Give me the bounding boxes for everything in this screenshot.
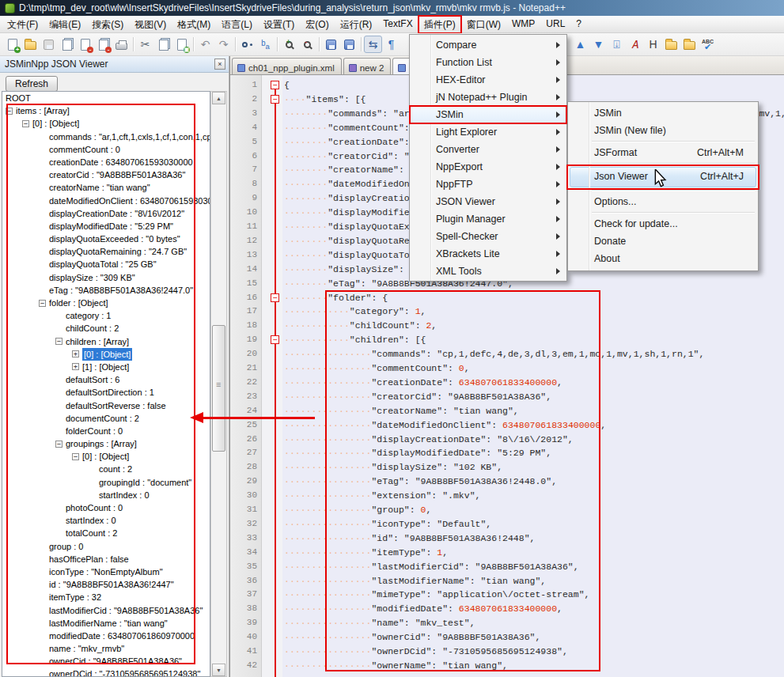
tree-node-label[interactable]: displayQuotaRemaining : "24.7 GB" (49, 245, 187, 258)
menubar-item-url[interactable]: URL (540, 16, 570, 33)
tree-node-label[interactable]: hasOfficePlan : false (49, 553, 129, 565)
tree-node-label[interactable]: displaySize : "309 KB" (49, 271, 135, 284)
new-file-icon[interactable]: + (3, 36, 21, 53)
tree-row[interactable]: displayQuotaExceeded : "0 bytes" (2, 233, 210, 245)
tree-node-label[interactable]: displayModifiedDate : "5:29 PM" (49, 220, 173, 233)
sync-vertical-icon[interactable] (322, 36, 340, 53)
code-line[interactable]: 26················"displayCreationDate":… (230, 433, 784, 447)
scroll-up-arrow[interactable]: ▲ (212, 92, 225, 104)
refresh-button[interactable]: Refresh (6, 76, 58, 92)
zoom-in-icon[interactable]: + (280, 36, 298, 53)
tree-node-label[interactable]: items : [Array] (16, 104, 70, 117)
uncollapse-level-icon[interactable]: ▼ (589, 36, 608, 53)
menubar-item-f[interactable]: 文件(F) (2, 16, 44, 33)
tree-row[interactable]: +[0] : [Object] (2, 348, 210, 361)
plugin-menu-item-converter[interactable]: Converter (410, 141, 566, 158)
tab-new-2[interactable]: new 2 (343, 58, 392, 74)
sync-horizontal-icon[interactable] (340, 36, 358, 53)
tree-row[interactable]: id : "9A8B8BF501A38A36!2447" (2, 578, 210, 591)
open-file-icon[interactable] (21, 36, 40, 53)
code-line[interactable]: 32················"iconType": "Default", (230, 517, 784, 531)
tree-row[interactable]: groupingId : "document" (2, 476, 210, 489)
cut-icon[interactable]: ✂ (136, 36, 154, 53)
expand-expander-icon[interactable]: + (72, 363, 79, 370)
code-line[interactable]: 27················"displayModifiedDate":… (230, 446, 784, 460)
tree-row[interactable]: iconType : "NonEmptyAlbum" (2, 565, 210, 578)
code-line[interactable]: 39················"name": "mkv_test", (230, 616, 784, 630)
submenu-item-donate[interactable]: Donate (568, 233, 758, 250)
tree-node-label[interactable]: displayQuotaTotal : "25 GB" (49, 258, 157, 270)
find-icon[interactable] (238, 36, 256, 53)
tree-node-label[interactable]: commentCount : 0 (49, 143, 120, 156)
tree-node-label[interactable]: group : 0 (49, 540, 83, 553)
plugin-menu-item-xbrackets-lite[interactable]: XBrackets Lite (410, 245, 566, 263)
menubar-item-[interactable]: ? (570, 16, 587, 33)
tree-node-label[interactable]: iconType : "NonEmptyAlbum" (49, 565, 163, 578)
tree-node-label[interactable]: lastModifierName : "tian wang" (49, 617, 168, 630)
scrollbar-thumb[interactable] (212, 325, 225, 452)
code-line[interactable]: 19············"children": [{ (230, 333, 784, 347)
close-all-icon[interactable]: - (94, 36, 112, 53)
code-line[interactable]: 25················"dateModifiedOnClient"… (230, 418, 784, 433)
code-line[interactable]: 35················"lastModifierCid": "9A… (230, 560, 784, 574)
tree-row[interactable]: −[0] : [Object] (2, 117, 210, 130)
tree-row[interactable]: documentCount : 2 (2, 412, 210, 425)
submenu-item-jsmin[interactable]: JSMin (568, 104, 758, 122)
tree-node-label[interactable]: creatorName : "tian wang" (49, 181, 150, 194)
submenu-item-about[interactable]: About (568, 250, 758, 267)
tree-row[interactable]: totalCount : 2 (2, 527, 210, 539)
code-line[interactable]: 18············"childCount": 2, (230, 319, 784, 333)
tree-node-label[interactable]: id : "9A8B8BF501A38A36!2447" (49, 578, 174, 591)
tree-row[interactable]: lastModifierName : "tian wang" (2, 617, 210, 630)
tree-row[interactable]: creatorName : "tian wang" (2, 181, 210, 194)
plugin-menu-item-jn-notepad-plugin[interactable]: jN Notepad++ Plugin (410, 89, 566, 106)
plugin-menu-item-light-explorer[interactable]: Light Explorer (410, 123, 566, 141)
code-line[interactable]: 20················"commands": "cp,1,defc… (230, 347, 784, 361)
submenu-item-check-for-update-[interactable]: Check for update... (568, 215, 758, 233)
expand-expander-icon[interactable]: + (72, 350, 79, 357)
menubar-item-o[interactable]: 宏(O) (300, 16, 334, 33)
tree-node-label[interactable]: folder : [Object] (49, 297, 108, 309)
tree-node-label[interactable]: creatorCid : "9A8B8BF501A38A36" (49, 168, 185, 181)
tree-node-label[interactable]: childCount : 2 (66, 322, 119, 335)
plugin-menu-item-jsmin[interactable]: JSMin (410, 106, 566, 123)
tree-node-label[interactable]: defaultSortDirection : 1 (66, 386, 154, 399)
menubar-item-textfx[interactable]: TextFX (377, 16, 418, 33)
tree-row[interactable]: commands : "ar,1,cft,1,cxls,1,cf,1,con,1… (2, 130, 210, 143)
tree-row[interactable]: −items : [Array] (2, 104, 210, 117)
copy-icon[interactable] (154, 36, 172, 53)
menubar-item-m[interactable]: 格式(M) (172, 16, 216, 33)
code-line[interactable]: 22················"creationDate": 634807… (230, 376, 784, 390)
tree-row[interactable]: ownerDCid : "-7310595685695124938" (2, 668, 210, 677)
tree-row[interactable]: −groupings : [Array] (2, 437, 210, 450)
tree-row[interactable]: startIndex : 0 (2, 514, 210, 527)
collapse-expander-icon[interactable]: − (72, 453, 79, 460)
tree-node-label[interactable]: groupings : [Array] (66, 437, 137, 450)
tree-row[interactable]: commentCount : 0 (2, 143, 210, 156)
tree-scrollbar[interactable]: ▲ ▼ (210, 91, 227, 677)
tree-row[interactable]: creatorCid : "9A8B8BF501A38A36" (2, 168, 210, 181)
code-line[interactable]: 38················"modifiedDate": 634807… (230, 602, 784, 616)
code-line[interactable]: 29················"eTag": "9A8B8BF501A38… (230, 475, 784, 489)
tree-row[interactable]: −folder : [Object] (2, 297, 210, 309)
tree-row[interactable]: folderCount : 0 (2, 425, 210, 437)
undo-icon[interactable]: ↶ (196, 36, 214, 53)
plugin-menu-item-function-list[interactable]: Function List (410, 54, 566, 71)
tree-node-label[interactable]: modifiedDate : 634807061860970000 (49, 630, 195, 642)
tree-row[interactable]: displayCreationDate : "8\/16\/2012" (2, 207, 210, 220)
close-file-icon[interactable]: - (76, 36, 94, 53)
word-wrap-icon[interactable]: ⇆ (364, 36, 382, 53)
tree-row[interactable]: itemType : 32 (2, 591, 210, 603)
menubar-item-v[interactable]: 视图(V) (129, 16, 172, 33)
code-line[interactable]: 24················"creatorName": "tian w… (230, 404, 784, 418)
tree-node-label[interactable]: ROOT (6, 92, 31, 104)
menubar-item-l[interactable]: 语言(L) (216, 16, 258, 33)
menubar-item-r[interactable]: 运行(R) (335, 16, 378, 33)
tree-node-label[interactable]: count : 2 (99, 463, 132, 475)
link-folder-icon[interactable] (680, 36, 699, 53)
spell-check-icon[interactable]: ABC✔ (699, 36, 717, 53)
macro-icon[interactable]: 𝘈 (626, 36, 644, 53)
tree-node-label[interactable]: itemType : 32 (49, 591, 101, 603)
tree-row[interactable]: startIndex : 0 (2, 489, 210, 501)
tree-node-label[interactable]: [0] : [Object] (82, 348, 132, 361)
